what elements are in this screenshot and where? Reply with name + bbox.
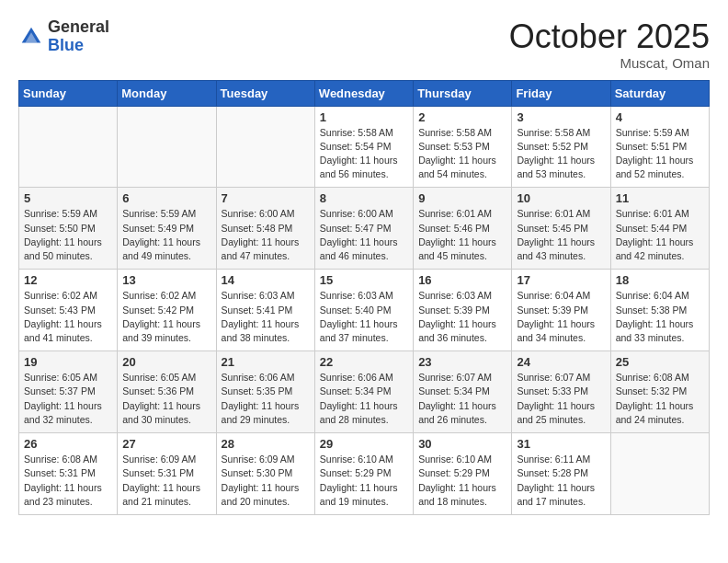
day-cell-25: 25Sunrise: 6:08 AM Sunset: 5:32 PM Dayli… [610,351,709,433]
weekday-header-thursday: Thursday [414,80,512,106]
day-info: Sunrise: 6:06 AM Sunset: 5:35 PM Dayligh… [222,371,310,427]
day-cell-30: 30Sunrise: 6:10 AM Sunset: 5:29 PM Dayli… [414,433,512,515]
day-number: 23 [418,355,506,369]
week-row-2: 5Sunrise: 5:59 AM Sunset: 5:50 PM Daylig… [19,188,710,270]
day-number: 10 [517,191,605,205]
day-info: Sunrise: 6:09 AM Sunset: 5:31 PM Dayligh… [122,453,210,509]
day-cell-12: 12Sunrise: 6:02 AM Sunset: 5:43 PM Dayli… [19,270,118,351]
day-cell-23: 23Sunrise: 6:07 AM Sunset: 5:34 PM Dayli… [414,351,512,433]
day-info: Sunrise: 6:02 AM Sunset: 5:42 PM Dayligh… [122,289,210,345]
day-info: Sunrise: 5:58 AM Sunset: 5:52 PM Dayligh… [517,126,605,182]
logo-blue: Blue [48,36,84,54]
day-cell-28: 28Sunrise: 6:09 AM Sunset: 5:30 PM Dayli… [216,433,314,515]
day-cell-22: 22Sunrise: 6:06 AM Sunset: 5:34 PM Dayli… [314,351,413,433]
day-number: 15 [320,273,408,287]
day-cell-5: 5Sunrise: 5:59 AM Sunset: 5:50 PM Daylig… [19,188,118,270]
location: Muscat, Oman [509,55,710,71]
day-cell-6: 6Sunrise: 5:59 AM Sunset: 5:49 PM Daylig… [118,188,216,270]
day-info: Sunrise: 6:02 AM Sunset: 5:43 PM Dayligh… [24,289,112,345]
logo-icon [18,24,44,50]
logo: General Blue [18,18,109,55]
day-cell-10: 10Sunrise: 6:01 AM Sunset: 5:45 PM Dayli… [512,188,610,270]
day-number: 8 [320,191,408,205]
empty-cell [19,106,118,188]
week-row-3: 12Sunrise: 6:02 AM Sunset: 5:43 PM Dayli… [19,270,710,351]
week-row-5: 26Sunrise: 6:08 AM Sunset: 5:31 PM Dayli… [19,433,710,515]
month-title: October 2025 [509,18,710,55]
day-cell-27: 27Sunrise: 6:09 AM Sunset: 5:31 PM Dayli… [118,433,216,515]
day-number: 6 [122,191,210,205]
day-number: 30 [418,437,506,451]
day-number: 11 [616,191,704,205]
day-info: Sunrise: 6:01 AM Sunset: 5:44 PM Dayligh… [616,207,704,263]
day-number: 14 [222,273,310,287]
week-row-4: 19Sunrise: 6:05 AM Sunset: 5:37 PM Dayli… [19,351,710,433]
week-row-1: 1Sunrise: 5:58 AM Sunset: 5:54 PM Daylig… [19,106,710,188]
day-info: Sunrise: 6:08 AM Sunset: 5:32 PM Dayligh… [616,371,704,427]
day-number: 21 [222,355,310,369]
day-cell-3: 3Sunrise: 5:58 AM Sunset: 5:52 PM Daylig… [512,106,610,188]
day-info: Sunrise: 6:04 AM Sunset: 5:39 PM Dayligh… [517,289,605,345]
day-number: 3 [517,110,605,124]
day-cell-2: 2Sunrise: 5:58 AM Sunset: 5:53 PM Daylig… [414,106,512,188]
day-number: 2 [418,110,506,124]
day-info: Sunrise: 5:59 AM Sunset: 5:49 PM Dayligh… [122,207,210,263]
day-info: Sunrise: 6:11 AM Sunset: 5:28 PM Dayligh… [517,453,605,509]
day-number: 4 [616,110,704,124]
empty-cell [118,106,216,188]
day-number: 24 [517,355,605,369]
day-cell-7: 7Sunrise: 6:00 AM Sunset: 5:48 PM Daylig… [216,188,314,270]
day-cell-9: 9Sunrise: 6:01 AM Sunset: 5:46 PM Daylig… [414,188,512,270]
weekday-header-saturday: Saturday [610,80,709,106]
day-number: 12 [24,273,112,287]
day-cell-31: 31Sunrise: 6:11 AM Sunset: 5:28 PM Dayli… [512,433,610,515]
day-cell-17: 17Sunrise: 6:04 AM Sunset: 5:39 PM Dayli… [512,270,610,351]
day-info: Sunrise: 6:05 AM Sunset: 5:37 PM Dayligh… [24,371,112,427]
day-number: 17 [517,273,605,287]
day-cell-14: 14Sunrise: 6:03 AM Sunset: 5:41 PM Dayli… [216,270,314,351]
day-info: Sunrise: 5:58 AM Sunset: 5:54 PM Dayligh… [320,126,408,182]
day-cell-18: 18Sunrise: 6:04 AM Sunset: 5:38 PM Dayli… [610,270,709,351]
empty-cell [610,433,709,515]
day-info: Sunrise: 6:01 AM Sunset: 5:45 PM Dayligh… [517,207,605,263]
day-info: Sunrise: 5:59 AM Sunset: 5:50 PM Dayligh… [24,207,112,263]
day-number: 27 [122,437,210,451]
day-info: Sunrise: 5:59 AM Sunset: 5:51 PM Dayligh… [616,126,704,182]
day-number: 20 [122,355,210,369]
weekday-header-row: SundayMondayTuesdayWednesdayThursdayFrid… [19,80,710,106]
day-number: 28 [222,437,310,451]
page-header: General Blue October 2025 Muscat, Oman [18,18,710,71]
day-number: 22 [320,355,408,369]
day-info: Sunrise: 6:03 AM Sunset: 5:39 PM Dayligh… [418,289,506,345]
weekday-header-wednesday: Wednesday [314,80,413,106]
day-number: 1 [320,110,408,124]
day-cell-8: 8Sunrise: 6:00 AM Sunset: 5:47 PM Daylig… [314,188,413,270]
day-number: 19 [24,355,112,369]
day-number: 26 [24,437,112,451]
logo-general: General [48,17,109,36]
weekday-header-tuesday: Tuesday [216,80,314,106]
day-info: Sunrise: 6:10 AM Sunset: 5:29 PM Dayligh… [418,453,506,509]
day-cell-19: 19Sunrise: 6:05 AM Sunset: 5:37 PM Dayli… [19,351,118,433]
day-number: 13 [122,273,210,287]
day-info: Sunrise: 6:05 AM Sunset: 5:36 PM Dayligh… [122,371,210,427]
day-number: 16 [418,273,506,287]
day-number: 31 [517,437,605,451]
day-number: 5 [24,191,112,205]
day-info: Sunrise: 6:07 AM Sunset: 5:33 PM Dayligh… [517,371,605,427]
weekday-header-sunday: Sunday [19,80,118,106]
day-cell-1: 1Sunrise: 5:58 AM Sunset: 5:54 PM Daylig… [314,106,413,188]
day-number: 18 [616,273,704,287]
day-info: Sunrise: 6:00 AM Sunset: 5:47 PM Dayligh… [320,207,408,263]
empty-cell [216,106,314,188]
day-info: Sunrise: 6:07 AM Sunset: 5:34 PM Dayligh… [418,371,506,427]
day-info: Sunrise: 6:03 AM Sunset: 5:40 PM Dayligh… [320,289,408,345]
day-cell-13: 13Sunrise: 6:02 AM Sunset: 5:42 PM Dayli… [118,270,216,351]
day-number: 25 [616,355,704,369]
day-info: Sunrise: 5:58 AM Sunset: 5:53 PM Dayligh… [418,126,506,182]
day-cell-29: 29Sunrise: 6:10 AM Sunset: 5:29 PM Dayli… [314,433,413,515]
day-cell-4: 4Sunrise: 5:59 AM Sunset: 5:51 PM Daylig… [610,106,709,188]
day-info: Sunrise: 6:09 AM Sunset: 5:30 PM Dayligh… [222,453,310,509]
day-number: 7 [222,191,310,205]
day-info: Sunrise: 6:10 AM Sunset: 5:29 PM Dayligh… [320,453,408,509]
